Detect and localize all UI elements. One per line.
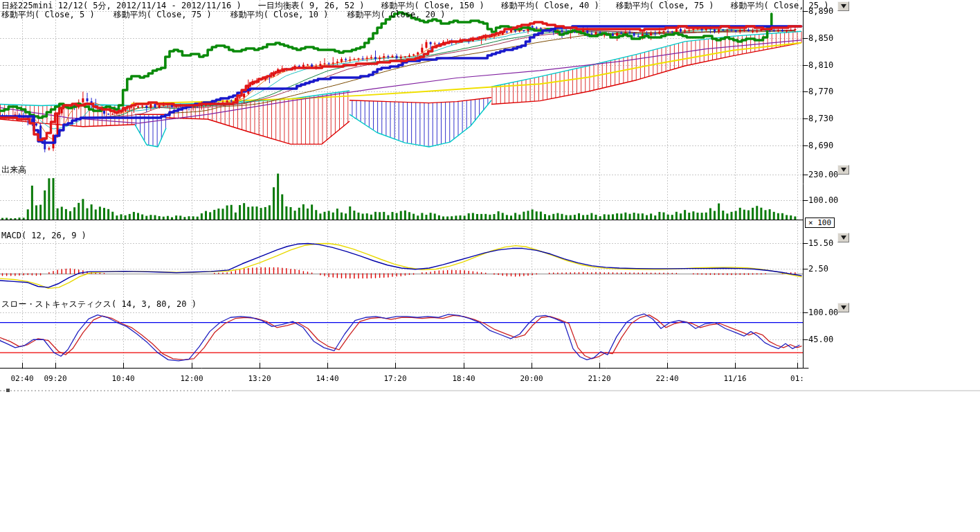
legend-ma20: 移動平均( Close, 20 ) (347, 10, 446, 19)
price-axis-label: 8,890 (808, 6, 833, 16)
scale-dropdown-button-stoch[interactable] (837, 303, 849, 312)
legend-ma40: 移動平均( Close, 40 ) (501, 1, 599, 10)
legend-row-2: 移動平均( Close, 5 )移動平均( Close, 75 )移動平均( C… (1, 9, 464, 21)
time-axis-label: 01: (790, 374, 804, 383)
stoch-axis-label: 100.00 (808, 308, 838, 317)
scale-dropdown-button-macd[interactable] (837, 233, 849, 242)
price-axis-label: 8,810 (808, 60, 833, 70)
chevron-down-icon (841, 305, 846, 310)
legend-ma75: 移動平均( Close, 75 ) (616, 1, 714, 10)
macd-axis-label: 2.50 (808, 264, 828, 274)
time-axis-label: 02:40 (10, 374, 33, 383)
scale-dropdown-button-price[interactable] (837, 1, 849, 11)
price-axis-label: 8,850 (808, 33, 833, 43)
volume-axis-label: 230.00 (808, 170, 838, 179)
legend-ma75b: 移動平均( Close, 75 ) (114, 10, 212, 19)
time-axis-label: 10:40 (111, 374, 134, 383)
legend-ma5: 移動平均( Close, 5 ) (1, 10, 95, 19)
time-axis-label: 18:40 (452, 374, 475, 383)
time-axis-label: 21:20 (588, 374, 610, 383)
volume-axis-label: 100.00 (808, 195, 838, 205)
legend-ma10: 移動平均( Close, 10 ) (230, 10, 329, 19)
time-axis-label: 22:40 (655, 374, 678, 383)
time-axis-label: 09:20 (44, 374, 66, 383)
macd-pane-label: MACD( 12, 26, 9 ) (1, 231, 87, 240)
time-axis-label: 11/16 (723, 374, 746, 383)
time-axis-label: 14:40 (316, 374, 338, 383)
chart-window: 日経225mini 12/12( 5分, 2012/11/14 - 2012/1… (0, 0, 980, 532)
chevron-down-icon (841, 236, 846, 240)
horizontal-scrollbar-dots (0, 390, 233, 391)
chevron-down-icon (841, 4, 846, 8)
horizontal-scrollbar-thumb[interactable] (6, 389, 10, 392)
time-axis-label: 20:00 (520, 374, 543, 383)
macd-axis-label: 15.50 (808, 238, 833, 248)
scale-dropdown-button-volume[interactable] (837, 165, 849, 175)
time-axis-label: 12:00 (180, 374, 203, 383)
time-axis-label: 13:20 (248, 374, 271, 383)
volume-multiplier-badge: × 100 (805, 218, 835, 228)
chart-canvas (0, 0, 980, 532)
stoch-pane-label: スロー・ストキャスティクス( 14, 3, 80, 20 ) (1, 299, 197, 310)
chevron-down-icon (841, 168, 846, 172)
price-axis-label: 8,730 (808, 114, 833, 123)
stoch-axis-label: 45.00 (808, 335, 833, 344)
volume-pane-label: 出来高 (1, 164, 26, 176)
price-axis-label: 8,690 (808, 141, 833, 150)
price-axis-label: 8,770 (808, 87, 833, 96)
time-axis-label: 17:20 (383, 374, 406, 383)
